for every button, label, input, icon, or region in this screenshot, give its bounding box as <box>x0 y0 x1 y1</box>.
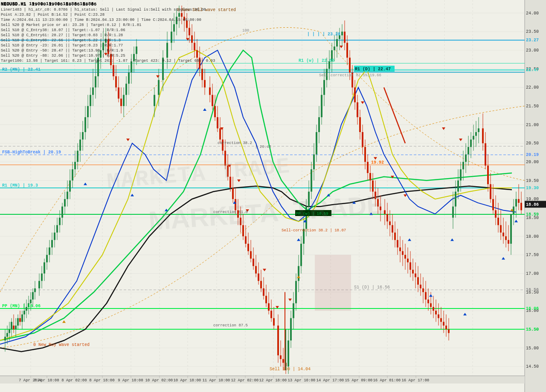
chart-title: NEOUSD.H1 19.00 19.06 18.86 18.86 <box>1 1 94 7</box>
chart-info-panel: NEOUSD.H1 19.00 19.06 18.86 18.86 <box>1 1 94 7</box>
chart-container: NEOUSD.H1 19.00 19.06 18.86 18.86 MARKET… <box>0 0 546 392</box>
chart-canvas <box>0 0 546 392</box>
